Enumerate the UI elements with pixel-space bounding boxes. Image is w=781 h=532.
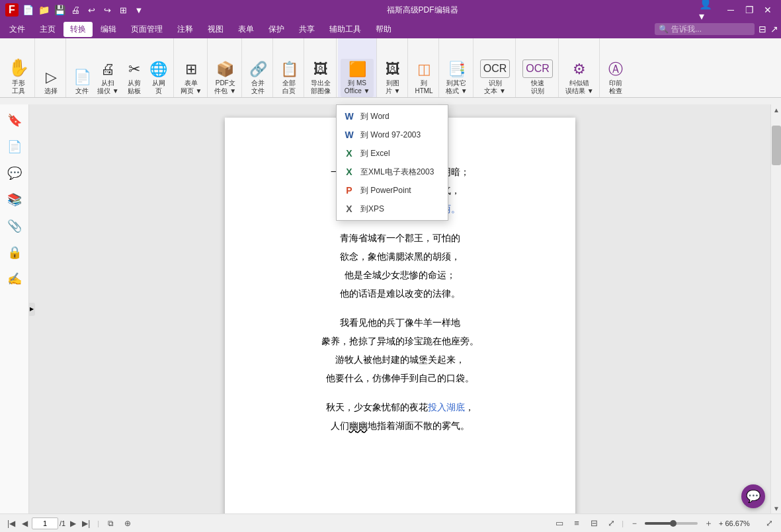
menu-view[interactable]: 视图 [201,22,230,37]
dropdown-to-xml-label: 至XML电子表格2003 [360,167,434,178]
to-ms-office-button[interactable]: 🟧 到 MSOffice ▼ [341,59,374,97]
close-button[interactable]: ✕ [760,3,776,17]
from-scanner-button[interactable]: 🖨 从扫描仪 ▼ [95,59,122,97]
quick-ocr-label: 快速识别 [531,79,544,95]
page-thumbnail-icon[interactable]: 📄 [3,135,26,159]
to-html-button[interactable]: ◫ 到HTML [412,59,436,97]
to-image-button[interactable]: 🖼 到图片 ▼ [381,59,405,97]
first-page-button[interactable]: |◀ [5,517,17,529]
security-panel-icon[interactable]: 🔒 [3,241,26,264]
preflight-button[interactable]: Ⓐ 印前检查 [604,59,628,97]
redo-icon[interactable]: ↪ [101,3,114,17]
print-icon[interactable]: 🖨 [69,3,82,17]
user-account-icon[interactable]: 👤 ▾ [699,3,715,17]
scroll-up-button[interactable]: ▲ [771,104,781,115]
from-web-button[interactable]: 🌐 从网页 [147,59,171,97]
save-icon[interactable]: 💾 [53,3,66,17]
menu-help[interactable]: 帮助 [369,22,398,37]
dropdown-to-excel[interactable]: X 到 Excel [337,144,448,163]
menu-tools[interactable]: 辅助工具 [323,22,368,37]
menu-file[interactable]: 文件 [3,22,32,37]
layers-panel-icon[interactable]: 📚 [3,188,26,211]
merge-button[interactable]: 🔗 合并文件 [246,59,270,97]
sidebar-collapse-arrow[interactable]: ▶ [28,303,35,316]
dropdown-to-xps[interactable]: X 到XPS [337,200,448,218]
foxit-logo-icon[interactable]: F [5,3,19,17]
menu-share[interactable]: 共享 [292,22,321,37]
insert-page-button[interactable]: ⊕ [122,517,134,529]
last-page-button[interactable]: ▶| [80,517,92,529]
xml-icon: X [343,166,355,178]
merge-label: 合并文件 [251,79,265,95]
dropdown-to-word[interactable]: W 到 Word [337,107,448,126]
from-clipboard-label: 从剪贴板 [128,79,141,95]
menu-page-manage[interactable]: 页面管理 [124,22,169,37]
reading-mode-button[interactable]: ⤢ [604,517,618,529]
continuous-view-button[interactable]: ≡ [570,517,583,529]
preflight-label: 印前检查 [609,79,622,95]
full-page-button[interactable]: 📋 全部白页 [277,59,301,97]
zoom-slider-thumb[interactable] [670,520,677,527]
zoom-slider[interactable] [645,522,698,525]
file-new-icon[interactable]: 📄 [21,3,34,17]
poem-line: 我看见他的兵丁像牛羊一样地 [265,313,536,332]
ribbon-group-export-images: 🖼 导出全部图像 [306,38,337,97]
quick-access-icon[interactable]: ⊞ [116,3,130,17]
expand-icon[interactable]: ↗ [770,24,778,34]
vertical-scrollbar[interactable]: ▲ ▼ [770,104,781,513]
select-tool-button[interactable]: ▷ 选择 [39,67,63,97]
bookmark-panel-icon[interactable]: 🔖 [3,108,26,132]
scroll-thumb[interactable] [772,126,781,165]
pdf-package-label: PDF文件包 ▼ [214,79,236,95]
full-page-icon: 📋 [280,61,298,78]
open-folder-icon[interactable]: 📁 [37,3,50,17]
ocr-button[interactable]: OCR 识别文本 ▼ [477,57,513,97]
menu-form[interactable]: 表单 [231,22,261,37]
minimize-button[interactable]: ─ [723,3,739,17]
quick-ocr-button[interactable]: OCR 快速识别 [520,57,555,97]
export-images-button[interactable]: 🖼 导出全部图像 [308,59,333,97]
other-formats-button[interactable]: 📑 到其它格式 ▼ [443,59,470,97]
hand-tool-button[interactable]: ✋ 手形工具 [5,56,32,97]
to-html-icon: ◫ [417,61,431,78]
search-box[interactable]: 🔍 [655,23,755,35]
search-input[interactable] [671,24,751,34]
next-page-button[interactable]: ▶ [67,517,79,529]
new-file-label: 文件 [75,87,89,95]
table-label: 表单网页 ▼ [181,79,202,95]
attachment-panel-icon[interactable]: 📎 [3,214,26,238]
menu-convert[interactable]: 转换 [63,22,93,37]
single-page-view-button[interactable]: ▭ [553,517,566,529]
restore-button[interactable]: ❐ [741,3,757,17]
fit-page-button[interactable]: ⤢ [762,517,776,529]
menu-edit[interactable]: 编辑 [94,22,123,37]
select-tool-label: 选择 [44,87,58,95]
from-clipboard-button[interactable]: ✂ 从剪贴板 [122,59,146,97]
zoom-out-button[interactable]: － [628,517,641,529]
zoom-in-button[interactable]: ＋ [702,517,715,529]
more-icon[interactable]: ▼ [132,3,145,17]
prev-page-button[interactable]: ◀ [19,517,30,529]
new-file-button[interactable]: 📄 文件 [70,67,94,97]
undo-icon[interactable]: ↩ [85,3,98,17]
dropdown-to-powerpoint[interactable]: P 到 PowerPoint [337,181,448,200]
signature-panel-icon[interactable]: ✍ [3,267,26,291]
fix-errors-button[interactable]: ⚙ 纠似错误结果 ▼ [563,59,596,97]
scroll-down-button[interactable]: ▼ [771,503,781,513]
copy-page-button[interactable]: ⧉ [104,517,116,529]
pdf-package-button[interactable]: 📦 PDF文件包 ▼ [212,59,239,97]
dropdown-to-excel-label: 到 Excel [360,148,390,159]
separator-1: | [97,519,99,527]
current-page-input[interactable] [32,517,58,529]
table-button[interactable]: ⊞ 表单网页 ▼ [178,59,205,97]
comment-panel-icon[interactable]: 💬 [3,161,26,185]
two-page-view-button[interactable]: ⊟ [587,517,600,529]
dropdown-to-word97[interactable]: W 到 Word 97-2003 [337,126,448,144]
menu-protect[interactable]: 保护 [262,22,291,37]
other-formats-label: 到其它格式 ▼ [446,79,468,95]
layout-options-icon[interactable]: ⊟ [759,24,766,34]
chat-assistant-icon[interactable]: 💬 [741,484,765,508]
menu-annotate[interactable]: 注释 [171,22,200,37]
dropdown-to-xml[interactable]: X 至XML电子表格2003 [337,163,448,181]
menu-home[interactable]: 主页 [33,22,62,37]
